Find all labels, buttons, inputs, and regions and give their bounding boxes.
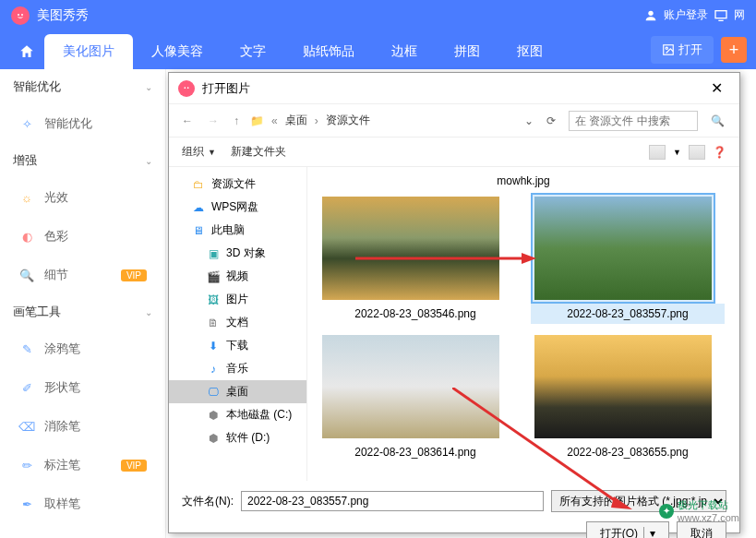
tab-text[interactable]: 文字 <box>222 34 284 69</box>
svg-point-2 <box>648 10 653 15</box>
net-label: 网 <box>734 7 745 23</box>
tree-item[interactable]: 🗎文档 <box>169 311 306 334</box>
chevron-down-icon: ⌄ <box>145 82 152 92</box>
magic-icon: ✧ <box>18 115 35 132</box>
path-dropdown[interactable]: ⌄ <box>524 114 534 127</box>
tree-item[interactable]: 🖥此电脑 <box>169 219 306 242</box>
tree-item-desktop[interactable]: 🖵桌面 <box>169 380 306 403</box>
section-label: 增强 <box>13 152 37 169</box>
tree-item[interactable]: ⬢软件 (D:) <box>169 426 306 449</box>
file-tile[interactable]: 2022-08-23_083655.png <box>531 331 725 462</box>
tab-sticker[interactable]: 贴纸饰品 <box>284 34 373 69</box>
tab-cutout[interactable]: 抠图 <box>498 34 561 69</box>
tree-item[interactable]: ♪音乐 <box>169 357 306 380</box>
video-icon: 🎬 <box>206 270 221 283</box>
sidebar-item-doodle[interactable]: ✎ 涂鸦笔 <box>0 329 165 368</box>
search-button[interactable]: 🔍 <box>705 112 730 130</box>
tree-label: 音乐 <box>226 361 248 377</box>
new-folder-button[interactable]: 新建文件夹 <box>231 144 286 160</box>
tree-label: 图片 <box>226 292 248 307</box>
add-button[interactable]: + <box>721 37 747 63</box>
sidebar-item-label: 细节 <box>44 267 68 283</box>
sun-icon: ☼ <box>18 189 35 206</box>
svg-point-0 <box>18 14 19 16</box>
tree-label: 软件 (D:) <box>226 430 270 446</box>
close-button[interactable]: ✕ <box>702 79 730 97</box>
sidebar-item-label: 标注笔 <box>44 457 80 473</box>
file-tile[interactable]: 2022-08-23_083546.png <box>318 193 512 324</box>
tab-beautify[interactable]: 美化图片 <box>44 34 133 69</box>
open-file-dialog: 打开图片 ✕ ← → ↑ 📁 « 桌面 › 资源文件 ⌄ ⟳ 🔍 组织 ▼ 新建… <box>168 72 740 533</box>
path-segment[interactable]: 桌面 <box>285 113 307 128</box>
refresh-button[interactable]: ⟳ <box>546 114 556 127</box>
view-button[interactable] <box>649 145 666 160</box>
section-brush[interactable]: 画笔工具 ⌄ <box>0 294 165 329</box>
sidebar: 智能优化 ⌄ ✧ 智能优化 增强 ⌄ ☼ 光效 ◐ 色彩 🔍 细节 VIP 画笔… <box>0 69 166 538</box>
marker-icon: ✏ <box>18 457 35 473</box>
open-confirm-button[interactable]: 打开(O)▾ <box>586 521 669 538</box>
path-sep: « <box>271 114 278 127</box>
download-icon: ⬇ <box>206 340 221 353</box>
home-tab[interactable] <box>9 34 44 69</box>
login-link[interactable]: 账户登录 <box>664 7 708 23</box>
view-dropdown[interactable]: ▼ <box>673 148 681 157</box>
sidebar-item-detail[interactable]: 🔍 细节 VIP <box>0 256 165 294</box>
watermark: ✦ 极光下载站 www.xz7.com <box>659 498 739 523</box>
computer-icon: 🖥 <box>191 224 206 237</box>
tree-item[interactable]: 🗀资源文件 <box>169 173 306 196</box>
sidebar-item-shape[interactable]: ✐ 形状笔 <box>0 368 165 407</box>
forward-button[interactable]: → <box>204 113 222 129</box>
file-label[interactable]: mowhk.jpg <box>318 174 728 193</box>
sidebar-item-label: 智能优化 <box>44 115 92 132</box>
open-dropdown[interactable]: ▾ <box>643 527 655 538</box>
chevron-down-icon: ⌄ <box>145 307 152 317</box>
organize-menu[interactable]: 组织 ▼ <box>182 144 216 160</box>
sidebar-item-label: 涂鸦笔 <box>44 341 80 357</box>
tree-label: WPS网盘 <box>211 199 258 215</box>
cloud-icon: ☁ <box>191 201 206 214</box>
open-button[interactable]: 打开 <box>651 36 714 64</box>
preview-button[interactable] <box>689 145 705 160</box>
tree-label: 桌面 <box>226 384 248 400</box>
sidebar-item-sample[interactable]: ✒ 取样笔 <box>0 484 165 523</box>
thumbnail <box>534 197 712 300</box>
file-tile[interactable]: 2022-08-23_083614.png <box>318 331 512 462</box>
file-tile-selected[interactable]: 2022-08-23_083557.png <box>531 193 725 324</box>
sidebar-item-label: 取样笔 <box>44 496 80 512</box>
sidebar-item-annotate[interactable]: ✏ 标注笔 VIP <box>0 446 165 484</box>
tab-frame[interactable]: 边框 <box>373 34 436 69</box>
tree-item[interactable]: ⬇下载 <box>169 334 306 357</box>
tree-label: 3D 对象 <box>226 245 266 261</box>
watermark-url: www.xz7.com <box>678 512 739 523</box>
tree-item[interactable]: ▣3D 对象 <box>169 242 306 265</box>
tree-item[interactable]: 🖼图片 <box>169 288 306 311</box>
tab-portrait[interactable]: 人像美容 <box>133 34 222 69</box>
sidebar-item-color[interactable]: ◐ 色彩 <box>0 217 165 256</box>
tab-collage[interactable]: 拼图 <box>436 34 498 69</box>
tree-item[interactable]: ☁WPS网盘 <box>169 196 306 219</box>
svg-point-6 <box>185 87 186 89</box>
section-smart[interactable]: 智能优化 ⌄ <box>0 69 165 104</box>
tree-label: 视频 <box>226 269 248 284</box>
tree-item[interactable]: ⬢本地磁盘 (C:) <box>169 403 306 426</box>
filename-label: 文件名(N): <box>182 494 234 509</box>
section-enhance[interactable]: 增强 ⌄ <box>0 143 165 178</box>
tree-item[interactable]: 🎬视频 <box>169 265 306 288</box>
path-segment[interactable]: 资源文件 <box>326 113 370 128</box>
back-button[interactable]: ← <box>178 113 197 129</box>
desktop-icon: 🖵 <box>206 386 221 399</box>
up-button[interactable]: ↑ <box>230 113 243 129</box>
sidebar-item-label: 形状笔 <box>44 379 80 396</box>
help-icon[interactable]: ❓ <box>713 146 726 159</box>
sidebar-item-smart[interactable]: ✧ 智能优化 <box>0 104 165 143</box>
cancel-button[interactable]: 取消 <box>677 521 726 538</box>
sidebar-item-erase[interactable]: ⌫ 消除笔 <box>0 407 165 446</box>
filename-input[interactable] <box>241 491 544 511</box>
tree-label: 文档 <box>226 315 248 330</box>
thumbnail <box>322 335 499 438</box>
search-input[interactable] <box>569 111 698 131</box>
sidebar-item-label: 光效 <box>44 189 68 206</box>
pen-icon: ✐ <box>18 379 35 396</box>
sidebar-item-light[interactable]: ☼ 光效 <box>0 178 165 217</box>
file-name: 2022-08-23_083614.png <box>318 442 512 462</box>
